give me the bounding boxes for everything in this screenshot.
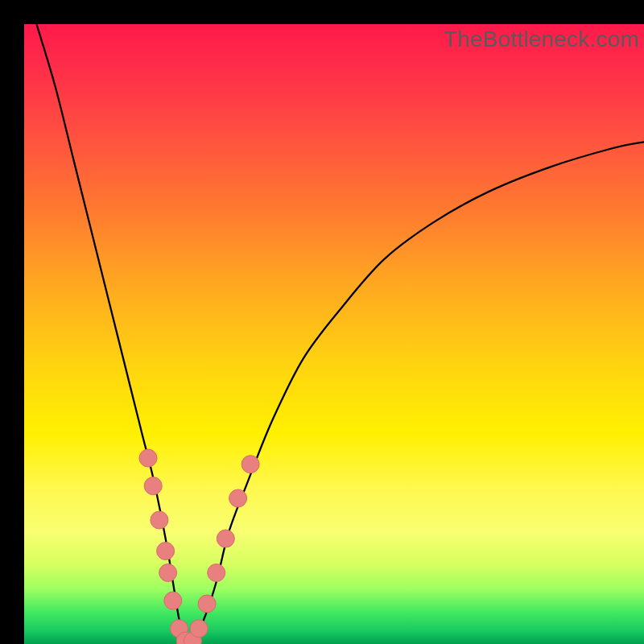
data-marker xyxy=(190,620,208,638)
data-marker xyxy=(198,595,216,613)
data-marker xyxy=(164,592,182,609)
data-marker xyxy=(151,511,168,529)
data-marker xyxy=(217,530,234,547)
bottleneck-curve xyxy=(24,24,644,644)
data-marker xyxy=(208,564,225,582)
chart-frame: TheBottleneck.com xyxy=(24,24,644,644)
data-marker xyxy=(229,489,247,507)
data-marker xyxy=(242,456,259,473)
data-marker xyxy=(139,449,157,467)
data-marker xyxy=(159,564,177,582)
curve-path xyxy=(36,24,644,644)
data-marker xyxy=(157,543,175,560)
data-marker xyxy=(144,477,162,495)
